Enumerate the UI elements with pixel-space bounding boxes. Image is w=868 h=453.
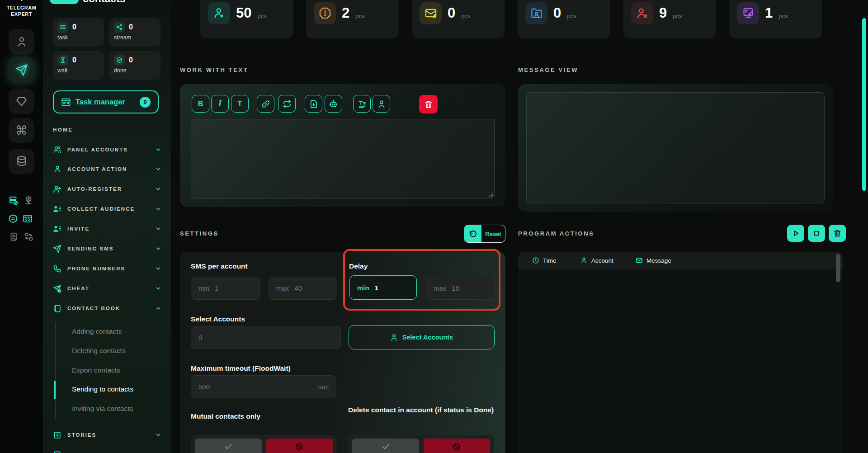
code-window-icon[interactable] bbox=[23, 213, 33, 223]
send-icon bbox=[15, 64, 28, 76]
sidebar-item-cheat[interactable]: CHEAT bbox=[53, 283, 161, 293]
sidebar-item-account-action[interactable]: ACCOUNT ACTION bbox=[53, 164, 161, 174]
task-manager-button[interactable]: Task manager 0 bbox=[53, 90, 159, 113]
link-icon bbox=[261, 99, 270, 109]
start-button[interactable] bbox=[787, 225, 804, 242]
status-card-unit: pcs bbox=[778, 13, 788, 19]
rail-premium-button[interactable] bbox=[9, 89, 34, 114]
sidebar-subitem-export-contacts[interactable]: Export contacts bbox=[72, 366, 120, 374]
work-with-text-title: WORK WITH TEXT bbox=[180, 66, 248, 73]
send-plus-icon bbox=[53, 284, 61, 293]
stat-card-stream: 0 stream bbox=[109, 18, 160, 47]
task-manager-label: Task manager bbox=[75, 98, 135, 106]
sidebar-item-stories[interactable]: STORIES bbox=[53, 430, 161, 440]
sidebar-subitem-sending-to-contacts[interactable]: Sending to contacts bbox=[72, 385, 133, 393]
stat-done-value: 0 bbox=[129, 56, 133, 64]
alert-octagon-icon bbox=[314, 2, 336, 24]
sidebar-header-toggle[interactable] bbox=[50, 0, 79, 4]
table-scrollbar[interactable] bbox=[836, 254, 840, 282]
insert-link-button[interactable] bbox=[257, 95, 274, 113]
send-icon bbox=[53, 245, 61, 253]
column-account-label: Account bbox=[591, 257, 613, 264]
chevron-down-icon bbox=[155, 432, 161, 438]
swap-blocks-icon[interactable] bbox=[24, 231, 33, 241]
stat-task-value: 0 bbox=[72, 23, 76, 31]
mutual-contacts-no-button[interactable] bbox=[266, 439, 333, 453]
delete-contact-yes-button[interactable] bbox=[352, 439, 419, 453]
sidebar-item-label: AUTO-REGISTER bbox=[67, 186, 149, 192]
sidebar-item-home[interactable]: HOME bbox=[53, 127, 73, 132]
mutual-contacts-yes-button[interactable] bbox=[195, 439, 262, 453]
sidebar-item-reports[interactable]: REPORTS bbox=[53, 450, 161, 453]
status-card-banned[interactable]: 9 pcs bbox=[623, 0, 716, 38]
status-card-accounts-folder[interactable]: 0 pcs bbox=[518, 0, 610, 38]
resize-handle[interactable] bbox=[488, 192, 493, 197]
sms-min-input[interactable]: min 1 bbox=[191, 277, 260, 300]
sidebar-item-auto-register[interactable]: AUTO-REGISTER bbox=[53, 184, 161, 194]
message-text-input[interactable] bbox=[191, 119, 495, 198]
import-file-button[interactable] bbox=[305, 95, 322, 113]
flood-wait-input[interactable]: 500 sec bbox=[191, 375, 336, 398]
status-card-unit: pcs bbox=[461, 13, 470, 19]
rail-sending-button[interactable] bbox=[9, 57, 34, 83]
status-card-delivered[interactable]: 50 pcs bbox=[200, 0, 293, 38]
text-template-button[interactable] bbox=[353, 95, 371, 113]
status-card-unit: pcs bbox=[257, 13, 266, 19]
sms-min-prefix: min bbox=[198, 284, 209, 292]
reset-button[interactable]: Reset bbox=[464, 225, 505, 243]
document-check-icon[interactable] bbox=[9, 231, 19, 241]
page-scrollbar[interactable] bbox=[862, 18, 866, 191]
sidebar-item-label: PANEL ACCOUNTS bbox=[67, 147, 149, 152]
text-style-button[interactable]: T bbox=[231, 95, 249, 113]
status-card-warnings[interactable]: 2 pcs bbox=[306, 0, 399, 38]
sidebar-item-contact-book[interactable]: CONTACT BOOK bbox=[53, 303, 161, 313]
rail-commands-button[interactable]: ⌘ bbox=[9, 118, 34, 143]
play-icon bbox=[792, 229, 800, 237]
sms-max-input[interactable]: max 40 bbox=[269, 277, 337, 300]
bold-button[interactable]: B bbox=[192, 95, 209, 113]
settings-title: SETTINGS bbox=[180, 230, 219, 237]
italic-button[interactable]: I bbox=[211, 95, 229, 113]
account-network-icon[interactable] bbox=[24, 196, 33, 206]
status-card-unit: pcs bbox=[673, 13, 682, 19]
select-accounts-button[interactable]: Select Accounts bbox=[349, 325, 495, 349]
status-card-value: 0 bbox=[448, 5, 455, 21]
sidebar-item-sending-sms[interactable]: SENDING SMS bbox=[53, 244, 161, 254]
sidebar-subitem-adding-contacts[interactable]: Adding contacts bbox=[72, 327, 122, 335]
icon-rail: TELEGRAM EXPERT ⌘ bbox=[0, 0, 43, 453]
program-actions-table-header: Time Account Message bbox=[518, 252, 843, 269]
person-plus-icon bbox=[53, 185, 61, 193]
clear-actions-button[interactable] bbox=[829, 225, 846, 242]
status-card-programs[interactable]: 1 pcs bbox=[729, 0, 822, 38]
column-time-label: Time bbox=[543, 257, 557, 264]
bot-gear-icon[interactable] bbox=[8, 213, 18, 223]
folder-user-icon bbox=[525, 2, 547, 24]
message-view-title: MESSAGE VIEW bbox=[518, 66, 578, 73]
loop-button[interactable] bbox=[278, 95, 296, 113]
sidebar-item-phone-numbers[interactable]: PHONE NUMBERS bbox=[53, 264, 161, 274]
delete-contact-no-button[interactable] bbox=[424, 439, 491, 453]
stat-card-wait: 0 wait bbox=[53, 51, 104, 80]
repeat-icon bbox=[283, 99, 292, 109]
rail-database-button[interactable] bbox=[9, 149, 34, 174]
bot-button[interactable] bbox=[325, 95, 342, 113]
selected-accounts-count-input[interactable]: 0 bbox=[191, 326, 341, 349]
server-check-icon[interactable] bbox=[9, 196, 19, 206]
sidebar-item-invite[interactable]: INVITE bbox=[53, 224, 161, 234]
sidebar-item-collect-audience[interactable]: COLLECT AUDIENCE bbox=[53, 204, 161, 214]
sidebar-subitem-deleting-contacts[interactable]: Deleting contacts bbox=[72, 347, 126, 355]
rail-profile-button[interactable] bbox=[9, 29, 34, 54]
check-icon bbox=[381, 442, 390, 451]
clear-text-button[interactable] bbox=[419, 95, 438, 113]
robot-icon bbox=[329, 99, 338, 109]
stat-card-task: 0 task bbox=[53, 18, 104, 47]
sidebar-subitem-inviting-via-contacts[interactable]: Inviting via contacts bbox=[72, 405, 133, 413]
chevron-down-icon bbox=[155, 206, 161, 212]
column-message-label: Message bbox=[646, 257, 671, 264]
stop-button[interactable] bbox=[808, 225, 825, 242]
mention-user-button[interactable] bbox=[373, 95, 390, 113]
sidebar-item-panel-accounts[interactable]: PANEL ACCOUNTS bbox=[53, 145, 161, 155]
status-card-unit: pcs bbox=[567, 13, 576, 19]
delete-contact-toggle bbox=[348, 435, 494, 453]
status-card-mail-alerts[interactable]: 0 pcs bbox=[412, 0, 505, 38]
